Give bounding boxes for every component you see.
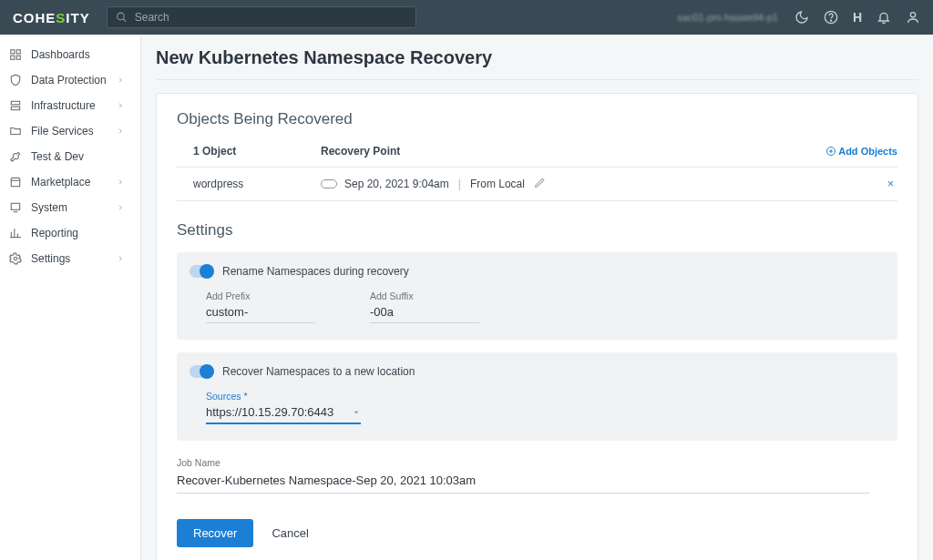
prefix-label: Add Prefix <box>206 290 315 301</box>
cancel-button[interactable]: Cancel <box>272 526 308 540</box>
suffix-label: Add Suffix <box>370 290 479 301</box>
bell-icon[interactable] <box>877 10 891 25</box>
logo-text-s: S <box>56 10 66 25</box>
dark-mode-icon[interactable] <box>795 10 809 25</box>
search-input[interactable] <box>107 6 416 28</box>
sources-select[interactable]: Sources * https://10.15.29.70:6443 <box>206 391 361 424</box>
sources-label: Sources * <box>206 391 361 402</box>
sidebar-item-file-services[interactable]: File Services <box>0 118 140 144</box>
sidebar-item-dashboards[interactable]: Dashboards <box>0 42 140 67</box>
chart-icon <box>9 227 22 239</box>
shield-icon <box>9 74 22 87</box>
prefix-field[interactable]: Add Prefix custom- <box>206 290 315 323</box>
sidebar-item-reporting[interactable]: Reporting <box>0 220 140 246</box>
recover-button[interactable]: Recover <box>177 519 253 547</box>
folder-icon <box>9 125 22 137</box>
sources-value: https://10.15.29.70:6443 <box>206 405 333 419</box>
top-icons: H <box>795 10 920 25</box>
chevron-right-icon <box>117 76 124 84</box>
rename-block: Rename Namespaces during recovery Add Pr… <box>177 252 897 340</box>
rename-toggle[interactable] <box>190 265 213 278</box>
recovery-point-col: Recovery Point <box>321 145 825 158</box>
logo-text: ITY <box>66 10 89 25</box>
svg-point-3 <box>830 20 831 21</box>
main-content: New Kubernetes Namespace Recovery Object… <box>141 35 933 560</box>
sidebar-item-label: Reporting <box>31 227 78 239</box>
chevron-right-icon <box>117 204 124 211</box>
plus-circle-icon <box>825 146 836 157</box>
recovery-card: Objects Being Recovered 1 Object Recover… <box>156 93 918 560</box>
remove-object-button[interactable]: × <box>843 178 897 190</box>
svg-rect-8 <box>16 56 20 59</box>
svg-rect-10 <box>11 107 19 110</box>
add-objects-label: Add Objects <box>838 146 897 157</box>
sidebar-item-data-protection[interactable]: Data Protection <box>0 67 140 93</box>
edit-object-button[interactable] <box>534 177 546 191</box>
wrench-icon <box>9 150 22 163</box>
sidebar-item-label: Test & Dev <box>31 150 84 163</box>
object-name: wordpress <box>193 178 321 190</box>
gear-icon <box>9 252 22 265</box>
relocate-toggle[interactable] <box>190 365 213 378</box>
suffix-value: -00a <box>370 303 479 323</box>
help-icon[interactable] <box>824 10 838 25</box>
sidebar-item-marketplace[interactable]: Marketplace <box>0 169 140 195</box>
helios-icon[interactable]: H <box>853 10 862 25</box>
objects-count-label: 1 Object <box>193 145 321 158</box>
job-name-field[interactable]: Job Name Recover-Kubernetes Namespace-Se… <box>177 453 897 494</box>
object-row: wordpress Sep 20, 2021 9:04am | From Loc… <box>177 167 897 201</box>
sidebar-item-label: Dashboards <box>31 48 90 61</box>
svg-rect-11 <box>11 180 19 186</box>
svg-rect-6 <box>16 50 20 54</box>
search-wrap <box>107 6 416 28</box>
chevron-right-icon <box>117 178 124 186</box>
sidebar-item-test-dev[interactable]: Test & Dev <box>0 144 140 169</box>
svg-rect-12 <box>11 203 19 209</box>
object-source: From Local <box>470 178 525 190</box>
cluster-name: sac01-pm-haswell4-p1 <box>677 12 778 23</box>
sidebar-item-label: Settings <box>31 252 70 265</box>
svg-rect-5 <box>11 50 15 54</box>
logo-text: COHE <box>13 10 56 25</box>
infrastructure-icon <box>9 99 22 112</box>
add-objects-button[interactable]: Add Objects <box>825 146 897 157</box>
job-name-label: Job Name <box>177 457 220 468</box>
action-bar: Recover Cancel <box>177 519 897 547</box>
object-timestamp: Sep 20, 2021 9:04am <box>344 178 449 190</box>
separator: | <box>458 178 461 190</box>
svg-point-4 <box>910 13 915 17</box>
suffix-field[interactable]: Add Suffix -00a <box>370 290 479 323</box>
prefix-value: custom- <box>206 303 315 323</box>
objects-table-header: 1 Object Recovery Point Add Objects <box>177 141 897 167</box>
caret-down-icon <box>352 408 361 417</box>
svg-point-13 <box>14 257 17 260</box>
sidebar-item-infrastructure[interactable]: Infrastructure <box>0 93 140 118</box>
chevron-right-icon <box>117 102 124 109</box>
sidebar-item-settings[interactable]: Settings <box>0 246 140 271</box>
sidebar-item-label: Data Protection <box>31 74 107 87</box>
sidebar: Dashboards Data Protection Infrastructur… <box>0 35 141 560</box>
sidebar-item-system[interactable]: System <box>0 195 140 220</box>
job-name-value: Recover-Kubernetes Namespace-Sep 20, 202… <box>177 470 869 494</box>
search-icon <box>116 12 128 24</box>
svg-rect-9 <box>11 101 19 105</box>
sidebar-item-label: System <box>31 201 67 214</box>
dashboard-icon <box>9 48 22 61</box>
topbar: COHESITY sac01-pm-haswell4-p1 H <box>0 0 933 35</box>
pencil-icon <box>534 177 546 188</box>
sidebar-item-label: Infrastructure <box>31 99 96 112</box>
chevron-right-icon <box>117 127 124 135</box>
system-icon <box>9 201 22 214</box>
svg-point-0 <box>117 13 124 20</box>
rename-toggle-label: Rename Namespaces during recovery <box>222 265 409 278</box>
snapshot-pill-icon <box>321 179 337 188</box>
relocate-block: Recover Namespaces to a new location Sou… <box>177 352 897 441</box>
sidebar-item-label: Marketplace <box>31 176 90 188</box>
sidebar-item-label: File Services <box>31 125 94 137</box>
store-icon <box>9 176 22 188</box>
relocate-toggle-label: Recover Namespaces to a new location <box>222 365 415 378</box>
svg-rect-7 <box>11 56 15 59</box>
settings-section-title: Settings <box>177 221 897 239</box>
logo: COHESITY <box>13 10 90 25</box>
user-icon[interactable] <box>906 10 920 25</box>
